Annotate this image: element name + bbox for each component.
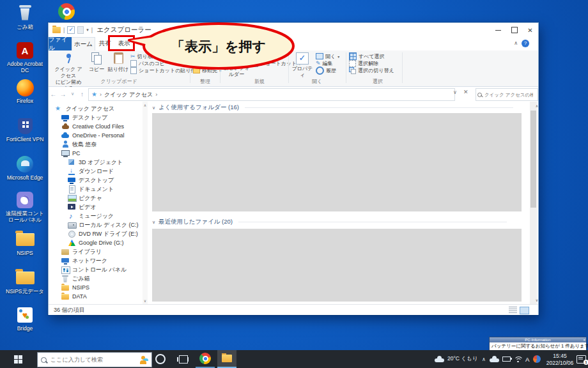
- sidebar-item[interactable]: ローカル ディスク (C:): [49, 220, 143, 229]
- search-highlights-icon[interactable]: [139, 355, 148, 365]
- large-icons-view-icon[interactable]: [520, 307, 529, 314]
- taskbar-chrome-button[interactable]: [196, 350, 215, 368]
- back-icon[interactable]: ←: [49, 91, 58, 98]
- properties-qat-icon[interactable]: ✓: [67, 26, 75, 34]
- sidebar-item[interactable]: Creative Cloud Files: [49, 122, 143, 131]
- address-dropdown-icon[interactable]: ∨: [453, 89, 457, 95]
- invert-selection-button[interactable]: 選択の切り替え: [349, 67, 394, 73]
- sidebar-item[interactable]: DVD RW ドライブ (E:): [49, 229, 143, 238]
- sidebar-item[interactable]: ネットワーク: [49, 256, 143, 265]
- content-scrollbar[interactable]: ∧ ∨: [530, 102, 537, 304]
- recent-locations-icon[interactable]: ∨: [68, 91, 77, 96]
- ribbon-tab[interactable]: ファイル: [49, 37, 72, 50]
- desktop-icon-art: [15, 305, 35, 325]
- sidebar-item[interactable]: ビデオ: [49, 203, 143, 211]
- notification-popup[interactable]: PC-Information × バッテリーに関するお知らせが 1 件あります: [489, 337, 587, 351]
- forward-icon[interactable]: →: [58, 91, 68, 98]
- maximize-button[interactable]: [506, 23, 522, 37]
- sidebar-item[interactable]: 3D オブジェクト: [49, 158, 143, 167]
- desktop-icon[interactable]: 遠隔授業コントロールパネル: [4, 190, 46, 223]
- show-hidden-icons[interactable]: ∧: [482, 350, 486, 368]
- desktop-icon-label: Microsoft Edge: [4, 174, 46, 181]
- scroll-up-icon[interactable]: ∧: [534, 103, 541, 108]
- refresh-cancel-icon[interactable]: ✕: [463, 89, 468, 95]
- task-view-button[interactable]: [174, 350, 193, 368]
- sidebar-item-icon: [61, 275, 70, 282]
- sidebar-item-icon: [68, 167, 76, 175]
- desktop-icon[interactable]: ごみ箱: [4, 4, 46, 30]
- taskbar-explorer-button[interactable]: [217, 350, 236, 368]
- pin-to-quick-access-button[interactable]: クイック アクセスにピン留めする: [53, 52, 84, 92]
- select-none-button[interactable]: 選択解除: [349, 60, 378, 66]
- desktop-icon[interactable]: FortiClient VPN: [4, 116, 46, 142]
- qat-dropdown-icon[interactable]: ▾: [86, 27, 89, 33]
- address-bar: ← → ∨ ↑ ★ クイック アクセス ∨ ✕: [49, 87, 538, 101]
- tray-app-icon[interactable]: [533, 350, 541, 368]
- desktop-icon[interactable]: NSIPS: [4, 230, 46, 256]
- sidebar-item-icon: [61, 257, 70, 264]
- clock[interactable]: 15:45 2022/10/06: [545, 350, 575, 368]
- wifi-tray-icon[interactable]: [514, 350, 522, 368]
- new-folder-qat-icon[interactable]: [77, 26, 84, 34]
- cortana-button[interactable]: [151, 350, 170, 368]
- sidebar-item[interactable]: 牧島 悠奈: [49, 140, 143, 149]
- recent-files-header[interactable]: ∨ 最近使用したファイル (20): [152, 218, 507, 226]
- sidebar-item[interactable]: クイック アクセス: [49, 104, 143, 113]
- close-icon[interactable]: ×: [583, 337, 585, 342]
- desktop-icon[interactable]: Microsoft Edge: [4, 155, 46, 181]
- history-button[interactable]: 履歴: [316, 67, 336, 73]
- taskbar-search-input[interactable]: [49, 356, 136, 364]
- sidebar-item[interactable]: ピクチャ: [49, 194, 143, 203]
- open-button[interactable]: 開く▾: [316, 53, 339, 59]
- desktop-icon[interactable]: Adobe Acrobat DC: [4, 41, 46, 73]
- sidebar-item-icon: [68, 176, 76, 184]
- desktop-icon-label: ごみ箱: [4, 24, 46, 30]
- start-button[interactable]: [0, 350, 36, 368]
- ribbon-tab[interactable]: ホーム: [72, 37, 95, 51]
- desktop-icon-label: NSIPS元データ: [4, 288, 46, 295]
- ime-indicator[interactable]: A: [525, 350, 529, 368]
- scrollbar-thumb[interactable]: [530, 111, 536, 208]
- minimize-button[interactable]: [490, 23, 506, 37]
- sidebar-item[interactable]: NSIPS: [49, 283, 143, 292]
- sidebar-item[interactable]: コントロール パネル: [49, 265, 143, 274]
- sidebar-item-icon: [61, 293, 70, 300]
- help-icon[interactable]: ?: [522, 40, 529, 47]
- breadcrumb-item[interactable]: クイック アクセス: [104, 91, 153, 99]
- weather-widget[interactable]: 20°C くもり: [435, 350, 477, 368]
- sidebar-item[interactable]: ライブラリ: [49, 247, 143, 256]
- desktop-icon[interactable]: NSIPS元データ: [4, 268, 46, 295]
- frequent-folders-header[interactable]: ∨ よく使用するフォルダー (16): [152, 103, 513, 112]
- select-all-icon: [349, 52, 357, 60]
- sidebar-item-icon: [61, 266, 70, 273]
- onedrive-tray-icon[interactable]: [490, 350, 500, 368]
- sidebar-item[interactable]: ドキュメント: [49, 185, 143, 194]
- sidebar-item[interactable]: ごみ箱: [49, 274, 143, 283]
- details-view-icon[interactable]: [509, 307, 517, 313]
- sidebar-item[interactable]: PC: [49, 149, 143, 158]
- sidebar-item[interactable]: デスクトップ: [49, 113, 143, 122]
- scroll-down-icon[interactable]: ∨: [143, 298, 148, 303]
- sidebar-item[interactable]: Google Drive (G:): [49, 238, 143, 247]
- sidebar-item[interactable]: ミュージック: [49, 211, 143, 220]
- breadcrumb[interactable]: ★ クイック アクセス: [88, 88, 455, 101]
- sidebar-item[interactable]: ダウンロード: [49, 167, 143, 176]
- select-all-button[interactable]: すべて選択: [349, 53, 385, 59]
- desktop-icon[interactable]: Firefox: [4, 78, 46, 104]
- sidebar-item[interactable]: OneDrive - Personal: [49, 131, 143, 140]
- collapse-ribbon-icon[interactable]: ∧: [514, 40, 518, 46]
- battery-tray-icon[interactable]: [502, 350, 511, 368]
- sidebar-item[interactable]: デスクトップ: [49, 176, 143, 185]
- scroll-up-icon[interactable]: ∧: [143, 103, 148, 107]
- desktop-icon[interactable]: Bridge: [4, 305, 46, 332]
- up-icon[interactable]: ↑: [77, 91, 87, 98]
- edit-button[interactable]: 編集: [316, 60, 333, 66]
- sidebar-scrollbar[interactable]: ∧ ∨: [143, 102, 148, 304]
- close-button[interactable]: ✕: [522, 23, 538, 37]
- search-input[interactable]: [483, 91, 534, 98]
- scroll-down-icon[interactable]: ∨: [534, 298, 541, 302]
- sidebar-item[interactable]: DATA: [49, 292, 143, 301]
- copy-button[interactable]: コピー: [86, 52, 107, 73]
- notification-badge: 1: [584, 360, 588, 365]
- action-center-button[interactable]: 1: [576, 350, 586, 368]
